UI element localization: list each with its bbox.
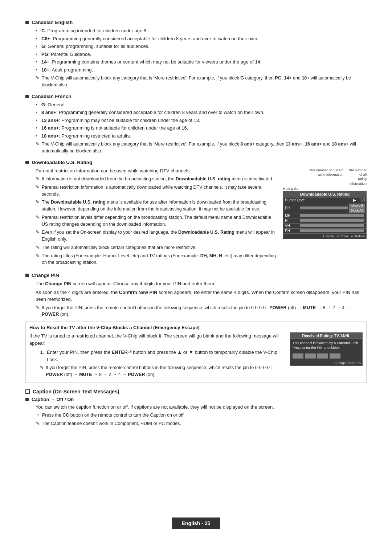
note-text: Parental restriction information is auto… xyxy=(42,184,276,198)
note-icon: ✎ xyxy=(36,141,40,147)
note-text: Parental restriction levels differ depen… xyxy=(42,214,276,228)
note-text: If you forget the PIN, press the remote-… xyxy=(42,304,367,318)
emergency-title: How to Reset the TV after the V-Chip Blo… xyxy=(29,325,363,330)
list-item: Enter your PIN, then press the ENTER⏎ bu… xyxy=(45,349,284,363)
downloadable-rating-title: Downloadable U.S. Rating xyxy=(32,160,92,165)
block-all-button[interactable]: Block All xyxy=(349,208,365,213)
note-icon: ✎ xyxy=(36,75,40,81)
caption-checkbox-icon xyxy=(25,389,30,394)
downloadable-rating-header: Downloadable U.S. Rating xyxy=(25,160,367,165)
nav-return: ↩ Return xyxy=(351,234,365,238)
humor-arrow-icon: ▶ xyxy=(353,198,356,202)
list-item: 18 ans+: Programming restricted to adult… xyxy=(36,132,367,140)
note-text: The Caption feature doesn't work in Comp… xyxy=(42,420,181,427)
note-icon: ✎ xyxy=(36,184,40,190)
pin-input-4[interactable] xyxy=(330,353,340,359)
humor-num: 10 xyxy=(358,198,365,202)
list-item: 18+: Adult programming. xyxy=(36,66,367,74)
note-text: If information is not downloaded from th… xyxy=(42,176,273,183)
rating-nav: ✦ Move ⏎ Enter ↩ Return xyxy=(283,234,366,239)
pin-input-2[interactable] xyxy=(305,353,316,359)
dl-note-3: ✎ The Downloadable U.S. rating menu is a… xyxy=(36,199,276,213)
note-icon: ✎ xyxy=(36,229,40,235)
change-pin-header: Change PIN xyxy=(25,273,367,278)
downloadable-rating-box: Downloadable U.S. Rating Humor Level ▶ 1… xyxy=(283,191,367,239)
humor-row: Humor Level ▶ 10 xyxy=(283,197,366,203)
caption-section-title: Caption (On-Screen Text Messages) xyxy=(33,389,119,394)
pin-input-1[interactable] xyxy=(293,353,303,359)
rating-box-title: Downloadable U.S. Rating xyxy=(283,191,366,197)
note-icon: ✎ xyxy=(36,214,40,220)
row-bar-vh xyxy=(300,224,364,227)
note-text: If you forget the PIN, press the remote-… xyxy=(46,364,284,378)
received-box-body: This channel is blocked by a Parental Lo… xyxy=(290,339,362,352)
dl-note-7: ✎ The rating titles (For example: Humor … xyxy=(36,253,276,266)
row-buttons: Allow All Block All xyxy=(349,204,365,213)
dl-note-2: ✎ Parental restriction information is au… xyxy=(36,184,276,198)
downloadable-right: The number of currentrating information … xyxy=(283,168,367,239)
downloadable-body: Parental restriction information can be … xyxy=(36,167,276,175)
emergency-note: ✎ If you forget the PIN, press the remot… xyxy=(40,364,284,378)
canadian-french-header: Canadian French xyxy=(25,94,367,99)
note-icon: ✎ xyxy=(36,176,40,181)
row-label-dh: DH xyxy=(285,206,299,210)
emergency-right: Received Rating: TV-14/NL This channel i… xyxy=(290,332,363,366)
note-icon: ☞ xyxy=(36,412,40,418)
row-label-eh: EH xyxy=(285,229,299,233)
list-item: 16 ans+: Programming is not suitable for… xyxy=(36,124,367,132)
note-text: The V-Chip will automatically block any … xyxy=(42,141,367,155)
canadian-english-list: C: Programming intended for children und… xyxy=(36,27,367,73)
rating-row-eh: EH xyxy=(283,229,366,234)
section-bullet-icon xyxy=(25,398,29,401)
row-bar-h xyxy=(300,219,364,222)
row-label-vh: VH xyxy=(285,224,299,228)
note-text: The V-Chip will automatically block any … xyxy=(42,75,367,89)
dl-note-6: ✎ The rating will automatically block ce… xyxy=(36,244,276,251)
note-text: Even if you set the On-screen display to… xyxy=(42,229,276,243)
note-text: The rating will automatically block cert… xyxy=(42,244,197,251)
note-icon: ✎ xyxy=(36,245,40,250)
caption-body: You can switch the caption function on o… xyxy=(36,404,367,411)
list-item: 14+: Programming contains themes or cont… xyxy=(36,58,367,66)
downloadable-left: Parental restriction information can be … xyxy=(25,167,276,268)
rating-header-col2: The number of allrating information xyxy=(345,168,367,186)
dl-note-1: ✎ If information is not downloaded from … xyxy=(36,176,276,183)
caption-note-1: ☞ Press the CC button on the remote cont… xyxy=(36,412,367,419)
nav-move: ✦ Move xyxy=(322,234,334,238)
rating-row-dh: DH Allow All Block All xyxy=(283,203,366,213)
canadian-french-title: Canadian French xyxy=(32,94,72,99)
caption-note-2: ✎ The Caption feature doesn't work in Co… xyxy=(36,420,367,427)
allow-all-button[interactable]: Allow All xyxy=(349,204,365,208)
pin-input-3[interactable] xyxy=(317,353,328,359)
list-item: G: General programming, suitable for all… xyxy=(36,43,367,50)
canadian-english-title: Canadian English xyxy=(32,20,73,25)
rating-title-label: Rating title xyxy=(283,187,307,191)
row-bar-mh xyxy=(300,214,364,217)
list-item: 13 ans+: Programming may not be suitable… xyxy=(36,117,367,124)
change-pin-title: Change PIN xyxy=(32,273,59,278)
change-pin-body2: As soon as the 4 digits are entered, the… xyxy=(36,289,367,303)
list-item: 8 ans+: Programming generally considered… xyxy=(36,109,367,116)
section-bullet-icon xyxy=(25,95,29,98)
note-icon: ✎ xyxy=(36,305,40,310)
note-icon: ✎ xyxy=(36,199,40,205)
section-bullet-icon xyxy=(25,274,29,277)
received-box-title: Received Rating: TV-14/NL xyxy=(290,333,362,339)
canadian-english-note: ✎ The V-Chip will automatically block an… xyxy=(36,75,367,89)
received-rating-box: Received Rating: TV-14/NL This channel i… xyxy=(290,332,363,366)
dl-note-4: ✎ Parental restriction levels differ dep… xyxy=(36,214,276,228)
row-label-h: H xyxy=(285,219,299,223)
rating-row-vh: VH xyxy=(283,224,366,229)
caption-section-header: Caption (On-Screen Text Messages) xyxy=(25,389,367,394)
section-bullet-icon xyxy=(25,161,29,164)
emergency-section: How to Reset the TV after the V-Chip Blo… xyxy=(25,322,367,383)
change-pin-body1: The Change PIN screen will appear. Choos… xyxy=(36,280,367,287)
caption-sub-title: Caption → Off / On xyxy=(32,397,74,402)
note-icon: ✎ xyxy=(36,253,40,258)
note-text: The Downloadable U.S. rating menu is ava… xyxy=(42,199,276,213)
canadian-french-list: G: General 8 ans+: Programming generally… xyxy=(36,101,367,140)
row-bar-eh xyxy=(300,229,364,232)
change-pin-note: ✎ If you forget the PIN, press the remot… xyxy=(36,304,367,318)
note-text: The rating titles (For example: Humor Le… xyxy=(42,253,276,266)
downloadable-rating-content: Parental restriction information can be … xyxy=(25,167,367,268)
